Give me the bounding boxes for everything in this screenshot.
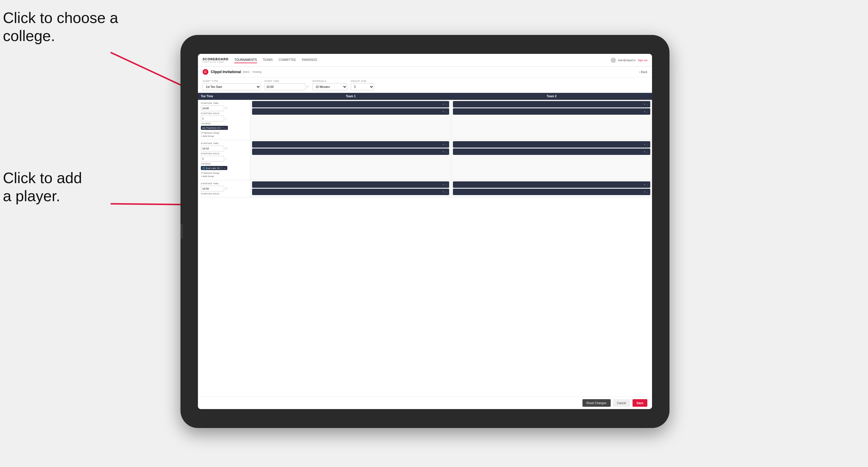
- nav-links: TOURNAMENTS TEAMS COMMITTEE RANKINGS: [234, 57, 610, 63]
- player-row-2-4[interactable]: × ⌄: [453, 149, 650, 155]
- course-remove-2[interactable]: ×: [221, 166, 223, 169]
- starting-time-label-2: STARTING TIME:: [201, 143, 247, 145]
- course-label-1: COURSE:: [201, 123, 247, 125]
- nav-user: blair@clippd.io Sign out: [611, 58, 647, 63]
- course-chevron-1[interactable]: ⌄: [224, 126, 226, 129]
- start-time-input[interactable]: [264, 83, 305, 90]
- player-chevron-2-3[interactable]: ⌄: [647, 143, 649, 146]
- player-chevron-3-1[interactable]: ⌄: [445, 183, 447, 186]
- table-header: Tee Time Team 1 Team 2: [198, 93, 652, 100]
- player-chevron-1-4[interactable]: ⌄: [647, 110, 649, 113]
- clock-icon-2: ⏱: [225, 147, 228, 150]
- player-x-1-4[interactable]: ×: [644, 110, 645, 113]
- course-label-2: COURSE:: [201, 163, 247, 165]
- player-x-3-3[interactable]: ×: [644, 183, 645, 186]
- course-remove-1[interactable]: ×: [222, 126, 223, 129]
- start-type-select[interactable]: 1st Tee Start: [203, 83, 261, 90]
- starting-time-input-2[interactable]: [201, 146, 224, 151]
- tee-time-left-3: STARTING TIME: ⏱ STARTING HOLE:: [198, 180, 250, 197]
- ann2-line1: Click to add: [3, 169, 82, 186]
- team2-cell-3: × ⌄ × ⌄: [451, 180, 652, 197]
- player-row-3-3[interactable]: × ⌄: [453, 181, 650, 188]
- tournament-badge: (Men): [243, 70, 250, 73]
- tee-time-left-2: STARTING TIME: ⏱ STARTING HOLE: ⌄ COURSE…: [198, 140, 250, 180]
- player-chevron-3-4[interactable]: ⌄: [647, 191, 649, 193]
- start-type-label: Start Type: [203, 80, 261, 83]
- player-row-1-2[interactable]: × ⌄: [252, 108, 449, 115]
- course-tag-1[interactable]: (A) Peachtree GC × ⌄: [201, 126, 228, 130]
- add-group-1[interactable]: + Add Group: [201, 135, 247, 137]
- player-row-2-1[interactable]: × ⌄: [252, 141, 449, 148]
- time-group-3: STARTING TIME: ⏱ STARTING HOLE: × ⌄ × ⌄: [198, 180, 652, 197]
- player-chevron-1-2[interactable]: ⌄: [445, 110, 447, 113]
- add-group-2[interactable]: + Add Group: [201, 175, 247, 178]
- player-x-2-1[interactable]: ×: [443, 143, 444, 146]
- form-controls: Start Type 1st Tee Start Start Time ⏱ In…: [198, 77, 652, 93]
- nav-committee[interactable]: COMMITTEE: [279, 57, 296, 63]
- player-chevron-3-3[interactable]: ⌄: [647, 183, 649, 186]
- remove-group-2[interactable]: ↺ Remove Group: [201, 172, 247, 175]
- save-button[interactable]: Save: [632, 399, 647, 407]
- player-x-3-4[interactable]: ×: [644, 190, 645, 193]
- player-row-3-1[interactable]: × ⌄: [252, 181, 449, 188]
- col-team2: Team 2: [451, 93, 652, 100]
- nav-rankings[interactable]: RANKINGS: [302, 57, 317, 63]
- player-row-2-3[interactable]: × ⌄: [453, 141, 650, 148]
- starting-time-label-3: STARTING TIME:: [201, 183, 247, 185]
- group-size-select[interactable]: 3: [351, 83, 374, 90]
- course-tag-2[interactable]: 🌐 East Lake GC × ⌄: [201, 166, 227, 170]
- player-x-1-3[interactable]: ×: [644, 103, 645, 106]
- player-x-2-3[interactable]: ×: [644, 143, 645, 146]
- tournament-name: Clippd Invitational: [211, 70, 241, 74]
- starting-hole-input-1[interactable]: [201, 116, 224, 121]
- player-x-3-2[interactable]: ×: [443, 190, 444, 193]
- player-row-1-1[interactable]: × ⌄: [252, 101, 449, 107]
- starting-time-input-1[interactable]: [201, 105, 224, 111]
- clippd-logo: C: [203, 69, 209, 75]
- tablet-side-button: [181, 224, 183, 239]
- tee-time-left-1: STARTING TIME: ⏱ STARTING HOLE: ⌄ COURSE…: [198, 100, 250, 140]
- starting-hole-input-2[interactable]: [201, 156, 224, 162]
- title-bar: C Clippd Invitational (Men) Hosting ‹ Ba…: [198, 67, 652, 77]
- col-team1: Team 1: [250, 93, 451, 100]
- action-links-2: ↺ Remove Group + Add Group: [201, 172, 247, 178]
- player-chevron-2-4[interactable]: ⌄: [647, 151, 649, 153]
- cancel-button[interactable]: Cancel: [613, 399, 630, 407]
- nav-teams[interactable]: TEAMS: [263, 57, 273, 63]
- player-row-3-2[interactable]: × ⌄: [252, 189, 449, 195]
- group-size-label: Group Size: [351, 80, 374, 83]
- reset-button[interactable]: Reset Changes: [583, 399, 611, 407]
- starting-hole-label-3: STARTING HOLE:: [201, 193, 247, 195]
- player-chevron-2-2[interactable]: ⌄: [445, 151, 447, 153]
- player-row-1-3[interactable]: × ⌄: [453, 101, 650, 107]
- player-x-2-2[interactable]: ×: [443, 150, 444, 153]
- starting-time-input-3[interactable]: [201, 186, 224, 192]
- start-type-group: Start Type 1st Tee Start: [203, 80, 261, 90]
- player-chevron-2-1[interactable]: ⌄: [445, 143, 447, 146]
- player-row-2-2[interactable]: × ⌄: [252, 149, 449, 155]
- nav-tournaments[interactable]: TOURNAMENTS: [234, 57, 257, 63]
- player-x-3-1[interactable]: ×: [443, 183, 444, 186]
- player-x-1-2[interactable]: ×: [443, 110, 444, 113]
- player-row-1-4[interactable]: × ⌄: [453, 108, 650, 115]
- player-chevron-1-1[interactable]: ⌄: [445, 103, 447, 106]
- remove-group-1[interactable]: ↺ Remove Group: [201, 132, 247, 134]
- chevron-icon-1: ⌄: [225, 117, 227, 120]
- team2-cell-1: × ⌄ × ⌄: [451, 100, 652, 140]
- player-chevron-1-3[interactable]: ⌄: [647, 103, 649, 106]
- tablet-screen: SCOREBOARD Powered by clippd TOURNAMENTS…: [198, 54, 652, 409]
- tablet-device: SCOREBOARD Powered by clippd TOURNAMENTS…: [181, 35, 670, 428]
- sign-out-link[interactable]: Sign out: [638, 59, 647, 62]
- player-x-1-1[interactable]: ×: [443, 103, 444, 106]
- intervals-label: Intervals: [312, 80, 347, 83]
- team1-cell-3: × ⌄ × ⌄: [250, 180, 451, 197]
- hosting-label: Hosting: [253, 70, 262, 73]
- footer-bar: Reset Changes Cancel Save: [198, 397, 652, 409]
- player-row-3-4[interactable]: × ⌄: [453, 189, 650, 195]
- player-x-2-4[interactable]: ×: [644, 150, 645, 153]
- intervals-select[interactable]: 10 Minutes: [312, 83, 347, 90]
- course-chevron-2[interactable]: ⌄: [223, 166, 226, 169]
- brand-logo: SCOREBOARD Powered by clippd: [203, 57, 228, 63]
- back-button[interactable]: ‹ Back: [639, 70, 647, 74]
- player-chevron-3-2[interactable]: ⌄: [445, 191, 447, 193]
